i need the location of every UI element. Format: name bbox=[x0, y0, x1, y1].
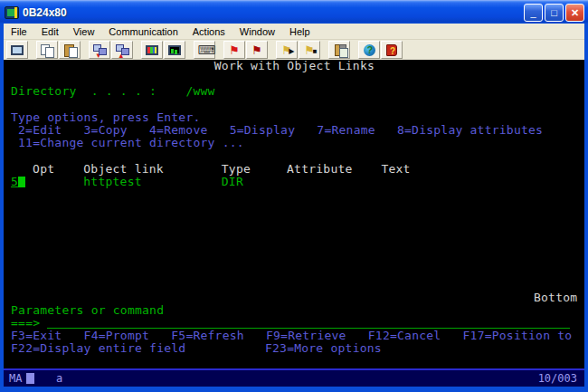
terminal-screen[interactable]: Work with Object LinksDirectory . . . . … bbox=[4, 60, 584, 368]
clipboard-button[interactable] bbox=[328, 41, 350, 59]
send-file-to-host-icon: ▾ bbox=[93, 44, 107, 56]
command-label: Parameters or command bbox=[11, 304, 164, 317]
web-support-button[interactable] bbox=[358, 41, 380, 59]
terminal-cursor bbox=[18, 177, 25, 187]
opt-input-field[interactable]: 5 bbox=[11, 176, 18, 188]
display-setup-icon bbox=[146, 45, 158, 55]
new-session-icon bbox=[11, 45, 24, 55]
cursor-position-indicator: 10/003 bbox=[538, 370, 577, 387]
paste-button[interactable] bbox=[59, 41, 81, 59]
stop-macro-icon: ⚑ bbox=[251, 44, 264, 56]
copy-icon bbox=[41, 44, 54, 56]
keyboard-setup-button[interactable]: ⌨ bbox=[194, 41, 215, 59]
system-available-indicator: MA bbox=[9, 370, 22, 387]
oia-block-indicator bbox=[26, 373, 34, 384]
send-file-to-host-button[interactable]: ▾ bbox=[89, 41, 110, 59]
title-bar[interactable]: 0B24x80 _ □ ✕ bbox=[0, 0, 588, 24]
play-macro-button[interactable]: ⚑▶ bbox=[276, 41, 298, 59]
column-header-attribute: Attribute bbox=[287, 163, 353, 176]
macro-action-glyph: ■ bbox=[313, 45, 318, 57]
window-title: 0B24x80 bbox=[23, 6, 524, 19]
column-header-opt: Opt bbox=[33, 163, 54, 176]
column-header-text: Text bbox=[381, 163, 410, 176]
function-keys-2a: F22=Display entire field bbox=[11, 342, 185, 355]
menu-item-actions[interactable]: Actions bbox=[185, 24, 232, 39]
status-bar: MA a 10/003 bbox=[4, 370, 584, 387]
copy-button[interactable] bbox=[36, 41, 58, 59]
quit-macro-button[interactable]: ⚑■ bbox=[299, 41, 320, 59]
close-button[interactable]: ✕ bbox=[565, 4, 584, 22]
directory-line: Directory . . . . : /www bbox=[11, 85, 215, 98]
help-index-button[interactable] bbox=[381, 41, 403, 59]
menu-item-file[interactable]: File bbox=[4, 24, 34, 39]
function-keys-2b: F23=More options bbox=[265, 342, 382, 355]
screen-title: Work with Object Links bbox=[214, 60, 375, 72]
menu-item-window[interactable]: Window bbox=[232, 24, 282, 39]
menu-item-edit[interactable]: Edit bbox=[34, 24, 66, 39]
column-header-type: Type bbox=[222, 163, 251, 176]
toolbar: ▾▴⌨⚑⚑⚑▶⚑■ bbox=[4, 40, 584, 60]
application-window: 0B24x80 _ □ ✕ FileEditViewCommunicationA… bbox=[0, 0, 588, 392]
stop-macro-button[interactable]: ⚑ bbox=[246, 41, 268, 59]
options-prompt: Type options, press Enter. bbox=[11, 111, 200, 124]
keyboard-setup-icon: ⌨ bbox=[198, 44, 212, 56]
display-setup-button[interactable] bbox=[141, 41, 163, 59]
receive-file-icon: ▴ bbox=[116, 44, 129, 56]
macro-action-glyph: ▶ bbox=[289, 45, 294, 57]
column-header-object-link: Object link bbox=[83, 163, 164, 176]
web-support-icon bbox=[364, 44, 375, 56]
options-list-2: 11=Change current directory ... bbox=[18, 137, 244, 149]
clipboard-icon bbox=[335, 44, 345, 56]
object-type-value: DIR bbox=[222, 176, 243, 188]
record-macro-button[interactable]: ⚑ bbox=[223, 41, 245, 59]
window-client-area: FileEditViewCommunicationActionsWindowHe… bbox=[0, 24, 588, 392]
quit-macro-icon: ⚑■ bbox=[303, 44, 317, 56]
command-arrow: ===> bbox=[11, 317, 40, 330]
app-icon bbox=[5, 6, 19, 19]
new-session-button[interactable] bbox=[6, 41, 28, 59]
record-macro-icon: ⚑ bbox=[228, 44, 242, 56]
play-macro-icon: ⚑▶ bbox=[280, 44, 294, 56]
minimize-button[interactable]: _ bbox=[524, 4, 543, 22]
transfer-arrow-icon: ▴ bbox=[119, 53, 124, 58]
options-list-1: 2=Edit 3=Copy 4=Remove 5=Display 7=Renam… bbox=[18, 124, 543, 137]
object-link-value: httptest bbox=[83, 176, 141, 188]
color-mapping-icon bbox=[168, 45, 181, 55]
paste-icon bbox=[63, 44, 77, 56]
color-mapping-button[interactable] bbox=[164, 41, 185, 59]
function-keys-1: F3=Exit F4=Prompt F5=Refresh F9=Retrieve… bbox=[11, 330, 572, 342]
transfer-arrow-icon: ▾ bbox=[97, 53, 101, 58]
menu-item-communication[interactable]: Communication bbox=[101, 24, 185, 39]
menu-item-help[interactable]: Help bbox=[282, 24, 318, 39]
command-input-field[interactable] bbox=[47, 317, 570, 329]
menu-item-view[interactable]: View bbox=[66, 24, 102, 39]
help-index-icon bbox=[386, 44, 397, 56]
receive-file-button[interactable]: ▴ bbox=[111, 41, 133, 59]
bottom-indicator: Bottom bbox=[534, 292, 577, 304]
shift-indicator: a bbox=[56, 370, 62, 387]
maximize-button[interactable]: □ bbox=[545, 4, 564, 22]
menu-bar: FileEditViewCommunicationActionsWindowHe… bbox=[4, 24, 584, 40]
